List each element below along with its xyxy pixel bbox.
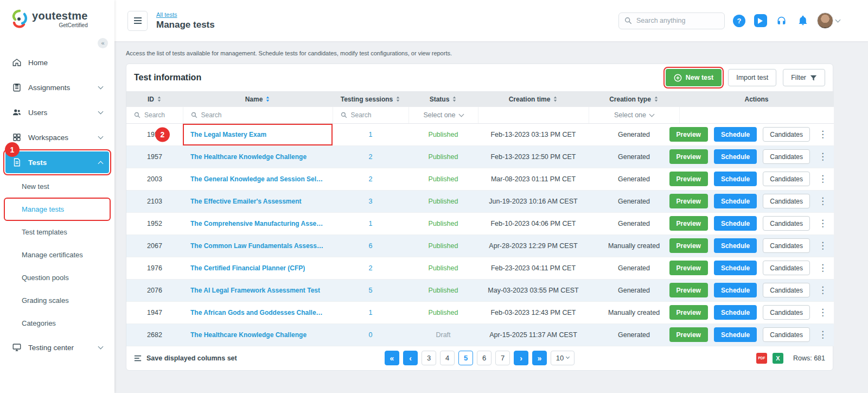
candidates-button[interactable]: Candidates	[763, 283, 810, 297]
page-button[interactable]: 4	[440, 351, 455, 365]
sidebar-item-workspaces[interactable]: Workspaces	[5, 126, 109, 148]
row-menu-kebab-icon[interactable]: ⋮	[816, 174, 829, 183]
row-menu-kebab-icon[interactable]: ⋮	[816, 130, 829, 139]
column-header-name[interactable]: Name	[183, 91, 333, 107]
testing-sessions-link[interactable]: 1	[369, 131, 373, 138]
testing-sessions-link[interactable]: 2	[369, 175, 373, 183]
testing-sessions-link[interactable]: 1	[369, 309, 373, 316]
breadcrumb-all-tests-link[interactable]: All tests	[156, 11, 215, 18]
schedule-button[interactable]: Schedule	[714, 149, 757, 164]
pagination-first-button[interactable]: «	[385, 351, 399, 365]
column-header-creation-time[interactable]: Creation time	[478, 91, 589, 107]
testing-sessions-link[interactable]: 0	[369, 331, 373, 339]
user-menu[interactable]	[817, 12, 840, 29]
schedule-button[interactable]: Schedule	[714, 283, 757, 297]
test-name-link[interactable]: The Certified Financial Planner (CFP)	[190, 264, 305, 272]
global-search[interactable]	[618, 12, 725, 29]
preview-button[interactable]: Preview	[669, 194, 708, 208]
schedule-button[interactable]: Schedule	[714, 261, 757, 275]
test-name-link[interactable]: The Effective Emailer's Assessment	[190, 198, 302, 205]
candidates-button[interactable]: Candidates	[763, 261, 810, 275]
sidebar-item-home[interactable]: Home	[5, 52, 109, 73]
preview-button[interactable]: Preview	[669, 216, 708, 231]
test-name-link[interactable]: The General Knowledge and Session Self-E…	[190, 175, 323, 183]
name-filter-input[interactable]	[201, 111, 308, 119]
preview-button[interactable]: Preview	[669, 127, 708, 142]
preview-button[interactable]: Preview	[669, 283, 708, 297]
testing-sessions-link[interactable]: 2	[369, 264, 373, 272]
page-button[interactable]: 3	[422, 351, 436, 365]
page-size-select[interactable]: 10	[551, 351, 575, 365]
test-name-link[interactable]: The Common Law Fundamentals Assessment	[190, 242, 323, 250]
save-columns-button[interactable]: Save displayed columns set	[134, 354, 385, 362]
sidebar-item-categories[interactable]: Categories	[5, 313, 109, 333]
sidebar-item-users[interactable]: Users	[5, 102, 109, 123]
testing-sessions-link[interactable]: 1	[369, 220, 373, 227]
schedule-button[interactable]: Schedule	[714, 127, 757, 142]
candidates-button[interactable]: Candidates	[763, 149, 810, 164]
row-menu-kebab-icon[interactable]: ⋮	[816, 330, 829, 339]
test-name-link[interactable]: The Comprehensive Manufacturing Assessm…	[190, 220, 323, 227]
column-header-id[interactable]: ID	[126, 91, 183, 107]
sidebar-collapse-button[interactable]: «	[98, 38, 108, 48]
row-menu-kebab-icon[interactable]: ⋮	[816, 308, 829, 317]
video-tutorials-button[interactable]	[754, 14, 767, 28]
schedule-button[interactable]: Schedule	[714, 327, 757, 342]
schedule-button[interactable]: Schedule	[714, 172, 757, 186]
candidates-button[interactable]: Candidates	[763, 216, 810, 231]
test-name-link[interactable]: The Legal Mastery Exam	[190, 131, 266, 138]
sidebar-item-test-templates[interactable]: Test templates	[5, 222, 109, 242]
candidates-button[interactable]: Candidates	[763, 238, 810, 253]
column-header-testing-sessions[interactable]: Testing sessions	[333, 91, 409, 107]
global-search-input[interactable]	[636, 17, 718, 24]
column-header-creation-type[interactable]: Creation type	[589, 91, 679, 107]
sidebar-item-testing-center[interactable]: Testing center	[5, 337, 109, 358]
candidates-button[interactable]: Candidates	[763, 305, 810, 320]
import-test-button[interactable]: Import test	[728, 69, 776, 86]
sidebar-item-manage-certificates[interactable]: Manage certificates	[5, 245, 109, 265]
row-menu-kebab-icon[interactable]: ⋮	[816, 241, 829, 250]
page-button[interactable]: 6	[477, 351, 492, 365]
column-header-status[interactable]: Status	[409, 91, 478, 107]
sidebar-item-assignments[interactable]: Assignments	[5, 77, 109, 98]
testing-sessions-link[interactable]: 2	[369, 153, 373, 161]
test-name-link[interactable]: The AI Legal Framework Assessment Test	[190, 287, 320, 294]
testing-sessions-link[interactable]: 5	[369, 287, 373, 294]
row-menu-kebab-icon[interactable]: ⋮	[816, 219, 829, 228]
preview-button[interactable]: Preview	[669, 238, 708, 253]
preview-button[interactable]: Preview	[669, 149, 708, 164]
hamburger-menu-button[interactable]	[127, 11, 148, 31]
schedule-button[interactable]: Schedule	[714, 238, 757, 253]
candidates-button[interactable]: Candidates	[763, 194, 810, 208]
row-menu-kebab-icon[interactable]: ⋮	[816, 263, 829, 272]
test-name-link[interactable]: The Healthcare Knowledge Challenge	[190, 331, 307, 339]
testing-sessions-link[interactable]: 3	[369, 198, 373, 205]
preview-button[interactable]: Preview	[669, 327, 708, 342]
candidates-button[interactable]: Candidates	[763, 127, 810, 142]
schedule-button[interactable]: Schedule	[714, 194, 757, 208]
pagination-prev-button[interactable]: ‹	[403, 351, 418, 365]
preview-button[interactable]: Preview	[669, 261, 708, 275]
sidebar-item-grading-scales[interactable]: Grading scales	[5, 290, 109, 310]
sessions-filter-input[interactable]	[351, 111, 402, 119]
pagination-last-button[interactable]: »	[532, 351, 547, 365]
support-button[interactable]	[775, 14, 788, 28]
excel-export-icon[interactable]: X	[773, 353, 783, 364]
page-button[interactable]: 7	[495, 351, 510, 365]
candidates-button[interactable]: Candidates	[763, 172, 810, 186]
sidebar-item-new-test[interactable]: New test	[5, 176, 109, 196]
creation-type-filter-select[interactable]: Select one	[614, 111, 654, 119]
testing-sessions-link[interactable]: 6	[369, 242, 373, 250]
pdf-export-icon[interactable]: PDF	[756, 353, 767, 364]
pagination-next-button[interactable]: ›	[514, 351, 528, 365]
id-filter-input[interactable]	[144, 111, 181, 119]
new-test-button[interactable]: New test	[666, 69, 722, 86]
page-button[interactable]: 5	[458, 351, 473, 365]
notifications-button[interactable]	[796, 14, 809, 28]
row-menu-kebab-icon[interactable]: ⋮	[816, 286, 829, 295]
sidebar-item-question-pools[interactable]: Question pools	[5, 268, 109, 288]
sidebar-item-tests[interactable]: Tests	[5, 151, 109, 173]
test-name-link[interactable]: The African Gods and Goddesses Challenge	[190, 309, 323, 316]
schedule-button[interactable]: Schedule	[714, 216, 757, 231]
test-name-link[interactable]: The Healthcare Knowledge Challenge	[190, 153, 307, 161]
